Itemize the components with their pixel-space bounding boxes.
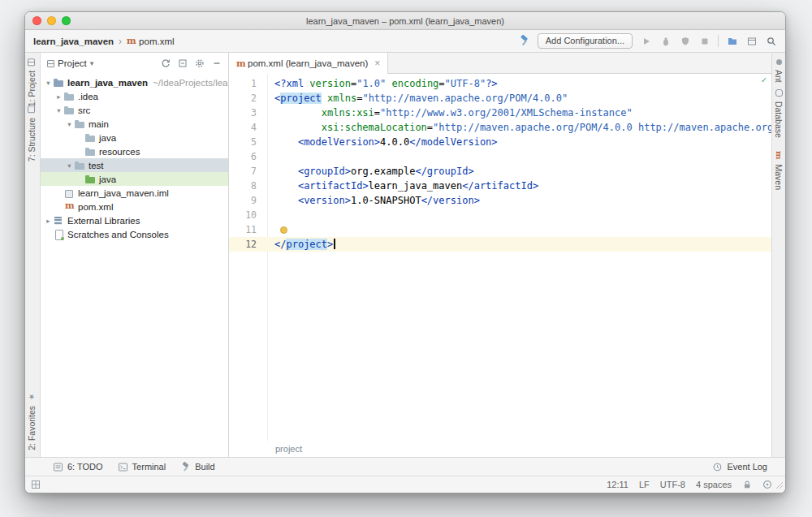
tool-window-switcher-icon[interactable] [31, 480, 41, 489]
code-token: xmlns [327, 93, 356, 104]
tool-window-tab-favorites[interactable]: 2: Favorites [27, 390, 37, 450]
code-line-6[interactable]: 6 [229, 149, 771, 164]
tree-item-idea[interactable]: ▸.idea [41, 89, 228, 103]
terminal-tool-window-button[interactable]: Terminal [118, 462, 166, 472]
code-token [274, 180, 298, 192]
code-line-1[interactable]: 1<?xml version="1.0" encoding="UTF-8"?> [229, 76, 771, 91]
chevron-down-icon[interactable]: ▾ [90, 59, 94, 67]
run-icon[interactable] [640, 35, 652, 47]
tool-window-tab-maven[interactable]: Maven [774, 149, 784, 190]
code-token: = [427, 122, 433, 133]
code-token [274, 195, 298, 206]
code-area[interactable]: ✓ 1<?xml version="1.0" encoding="UTF-8"?… [229, 74, 771, 441]
tree-open-arrow-icon[interactable]: ▾ [65, 120, 74, 128]
highlighting-level-icon[interactable] [762, 480, 772, 489]
code-token: project [286, 239, 327, 250]
project-tree[interactable]: ▾learn_java_maven~/IdeaProjects/learn_ja… [41, 74, 228, 457]
tree-item-main[interactable]: ▾main [41, 117, 228, 131]
tree-open-arrow-icon[interactable]: ▾ [44, 79, 53, 87]
tool-window-tab-ant[interactable]: Ant [774, 57, 784, 83]
breadcrumb-tag-project[interactable]: project [275, 444, 302, 454]
caret-position-widget[interactable]: 12:11 [607, 480, 628, 489]
tool-window-tab-structure[interactable]: 7: Structure [27, 103, 37, 162]
code-line-9[interactable]: 9 <version>1.0-SNAPSHOT</version> [229, 193, 771, 208]
todo-tool-window-button[interactable]: 6: TODO [53, 462, 103, 472]
resize-grip[interactable] [775, 481, 784, 491]
tree-open-arrow-icon[interactable]: ▾ [54, 106, 63, 114]
tree-item-label: main [89, 119, 109, 129]
tree-item-scratches-and-consoles[interactable]: Scratches and Consoles [41, 227, 228, 241]
favorites-tab-label: 2: Favorites [27, 406, 37, 450]
code-line-2[interactable]: 2<project xmlns="http://maven.apache.org… [229, 91, 771, 106]
tree-item-external-libraries[interactable]: ▸External Libraries [41, 213, 228, 227]
code-line-8[interactable]: 8 <artifactId>learn_java_maven</artifact… [229, 179, 771, 193]
code-token: <?xml [274, 78, 304, 89]
code-token [274, 107, 322, 118]
tree-item-java[interactable]: java [41, 131, 228, 144]
tree-item-label: java [99, 133, 116, 143]
tree-item-test[interactable]: ▾test [41, 158, 228, 172]
editor-tab-pom-xml[interactable]: pom.xml (learn_java_maven) × [229, 53, 388, 74]
collapse-all-icon[interactable] [177, 58, 188, 69]
event-log-button[interactable]: Event Log [712, 462, 767, 472]
code-token: org.example [351, 166, 415, 177]
build-tool-window-button[interactable]: Build [180, 462, 214, 472]
zoom-button[interactable] [62, 16, 71, 25]
breadcrumb-project[interactable]: learn_java_maven [33, 37, 114, 46]
folder-root-icon [54, 78, 63, 88]
indent-widget[interactable]: 4 spaces [696, 480, 732, 489]
code-line-5[interactable]: 5 <modelVersion>4.0.0</modelVersion> [229, 135, 771, 149]
tree-item-java[interactable]: java [41, 172, 228, 186]
code-token: <version> [298, 195, 351, 206]
tool-window-tab-database[interactable]: Database [774, 87, 784, 138]
toolbar-divider [718, 35, 719, 47]
folder-icon [64, 106, 74, 115]
code-line-4[interactable]: 4 xsi:schemaLocation="http://maven.apach… [229, 120, 771, 135]
tree-item-pom-xml[interactable]: pom.xml [41, 200, 228, 213]
code-token: "UTF-8" [445, 78, 486, 89]
encoding-widget[interactable]: UTF-8 [660, 480, 685, 489]
code-text [274, 222, 287, 237]
code-token: "1.0" [356, 78, 386, 89]
code-line-7[interactable]: 7 <groupId>org.example</groupId> [229, 164, 771, 179]
gear-icon[interactable] [194, 58, 205, 69]
restore-layout-icon[interactable] [745, 35, 758, 47]
breadcrumb: learn_java_maven › pom.xml [33, 36, 175, 47]
tree-item-learn-java-maven[interactable]: ▾learn_java_maven~/IdeaProjects/learn_ja… [41, 75, 228, 89]
code-line-10[interactable]: 10 [229, 208, 771, 222]
close-button[interactable] [32, 16, 41, 25]
project-folder-icon[interactable] [726, 35, 738, 47]
line-separator-widget[interactable]: LF [639, 480, 650, 489]
build-icon [180, 462, 191, 472]
intention-bulb-icon[interactable] [280, 226, 287, 234]
event-log-icon [712, 462, 723, 472]
traffic-lights [32, 16, 71, 25]
coverage-icon[interactable] [679, 35, 691, 47]
build-hammer-icon[interactable] [518, 35, 530, 47]
add-configuration-button[interactable]: Add Configuration... [538, 33, 633, 49]
tool-window-tab-project[interactable]: 1: Project [27, 56, 37, 106]
tree-item-src[interactable]: ▾src [41, 103, 228, 117]
code-line-12[interactable]: 12</project> [229, 237, 771, 252]
debug-icon[interactable] [659, 35, 672, 47]
inspections-ok-icon[interactable]: ✓ [761, 75, 767, 85]
tree-item-learn-java-maven-iml[interactable]: learn_java_maven.iml [41, 186, 228, 200]
search-everywhere-icon[interactable] [765, 35, 777, 47]
code-line-11[interactable]: 11 [229, 222, 771, 237]
tree-open-arrow-icon[interactable]: ▾ [65, 162, 74, 170]
tree-closed-arrow-icon[interactable]: ▸ [54, 93, 63, 101]
hide-panel-icon[interactable] [211, 58, 222, 69]
close-tab-icon[interactable]: × [374, 58, 380, 69]
minimize-button[interactable] [47, 16, 56, 25]
code-line-3[interactable]: 3 xmlns:xsi="http://www.w3.org/2001/XMLS… [229, 106, 771, 120]
breadcrumb-file[interactable]: pom.xml [139, 37, 174, 46]
tree-closed-arrow-icon[interactable]: ▸ [44, 217, 53, 225]
sync-icon[interactable] [160, 58, 171, 69]
stop-icon[interactable] [698, 35, 710, 47]
tree-item-resources[interactable]: resources [41, 144, 228, 158]
code-token: "http://maven.apache.org/POM/4.0.0 http:… [433, 122, 771, 133]
code-text: <version>1.0-SNAPSHOT</version> [274, 193, 480, 208]
lock-icon[interactable] [742, 480, 752, 489]
ide-window: learn_java_maven – pom.xml (learn_java_m… [24, 11, 786, 493]
project-panel-title[interactable]: Project [58, 58, 87, 68]
